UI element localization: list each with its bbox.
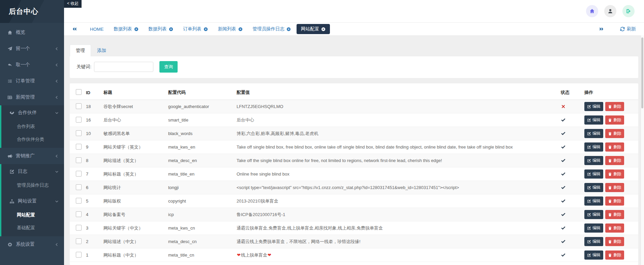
row-checkbox[interactable]: [76, 157, 82, 163]
cell-value: Online free single blind box: [237, 171, 561, 177]
keyword-input[interactable]: [94, 62, 153, 72]
edit-button[interactable]: 编辑: [584, 115, 603, 125]
tab-data-list-1[interactable]: 数据列表: [110, 24, 143, 34]
cell-title: 敏感词黑名单: [103, 131, 168, 137]
collapse-sidebar-button[interactable]: < 收起: [64, 0, 82, 8]
select-all-checkbox[interactable]: [76, 89, 82, 95]
sidebar-group-partners: 合作伙伴合作列表合作伙伴分类: [0, 105, 64, 148]
sidebar-item-marketing[interactable]: 营销推广: [0, 148, 64, 164]
row-checkbox[interactable]: [76, 117, 82, 123]
tab-admin-operation-log[interactable]: 管理员操作日志: [248, 24, 296, 34]
tab-data-list-2[interactable]: 数据列表: [144, 24, 178, 34]
row-checkbox[interactable]: [76, 171, 82, 177]
scroll-tabs-right-icon[interactable]: [599, 27, 604, 31]
query-button[interactable]: 查询: [159, 61, 178, 73]
edit-button[interactable]: 编辑: [584, 102, 603, 111]
row-checkbox[interactable]: [76, 252, 82, 258]
edit-button[interactable]: 编辑: [584, 196, 603, 206]
panel-tab-manage[interactable]: 管理: [70, 45, 91, 56]
scrollbar-thumb[interactable]: [641, 37, 643, 108]
row-checkbox[interactable]: [76, 198, 82, 204]
cell-title: 网站描述（英文）: [103, 158, 168, 164]
tab-news-list[interactable]: 新闻列表: [214, 24, 247, 34]
close-icon[interactable]: [321, 27, 326, 31]
table-row: 3网站关键字（中文）meta_kws_cn通霸云脱单盲盒,免费盲盒,线上脱单盲盒…: [70, 221, 638, 235]
sidebar-item-overview[interactable]: 概览: [0, 24, 64, 41]
tab-order-list[interactable]: 订单列表: [179, 24, 212, 34]
tab-home[interactable]: HOME: [86, 25, 108, 34]
delete-button[interactable]: 删除: [605, 223, 624, 233]
status-enabled-icon: [561, 171, 584, 177]
delete-button[interactable]: 删除: [605, 115, 624, 125]
edit-button[interactable]: 编辑: [584, 129, 603, 138]
sidebar-item-site-settings[interactable]: 网站设置: [1, 194, 64, 209]
row-checkbox[interactable]: [76, 130, 82, 136]
panel-tab-add[interactable]: 添加: [91, 45, 112, 56]
row-checkbox[interactable]: [76, 184, 82, 190]
vertical-scrollbar[interactable]: [641, 35, 644, 265]
sidebar-item-base-config[interactable]: 基础配置: [1, 221, 64, 234]
sidebar-item-leave-one[interactable]: 留一个: [0, 41, 64, 57]
user-icon[interactable]: [604, 5, 616, 17]
row-checkbox[interactable]: [76, 103, 82, 109]
delete-button[interactable]: 删除: [605, 142, 624, 152]
row-checkbox[interactable]: [76, 225, 82, 231]
row-checkbox[interactable]: [76, 144, 82, 150]
cell-id: 2: [86, 239, 103, 244]
edit-button[interactable]: 编辑: [584, 183, 603, 192]
row-checkbox[interactable]: [76, 211, 82, 217]
column-header-id: ID: [86, 90, 103, 95]
delete-button[interactable]: 删除: [605, 169, 624, 179]
refresh-button[interactable]: 刷新: [620, 26, 636, 32]
cell-code: meta_kws_cn: [168, 226, 237, 231]
edit-button[interactable]: 编辑: [584, 210, 603, 219]
close-icon[interactable]: [286, 27, 291, 31]
sidebar-item-partner-category[interactable]: 合作伙伴分类: [1, 133, 64, 146]
sidebar-item-site-config[interactable]: 网站配置: [1, 209, 64, 221]
row-checkbox[interactable]: [76, 238, 82, 244]
cell-value: 博彩,六合彩,赔率,高频彩,赌博,毒品,老虎机: [237, 131, 561, 137]
tab-site-config[interactable]: 网站配置: [297, 24, 330, 34]
edit-pencil-icon: [587, 145, 591, 149]
gear-icon: [7, 242, 12, 247]
status-enabled-icon: [561, 253, 584, 258]
scroll-tabs-left-icon[interactable]: [72, 27, 77, 31]
delete-button[interactable]: 删除: [605, 183, 624, 192]
status-disabled-icon: [561, 104, 584, 109]
delete-button[interactable]: 删除: [605, 102, 624, 111]
cell-title: 网站描述（中文）: [103, 239, 168, 245]
edit-button[interactable]: 编辑: [584, 156, 603, 165]
delete-button[interactable]: 删除: [605, 196, 624, 206]
sidebar-item-system-settings[interactable]: 系统设置: [0, 236, 64, 253]
edit-button[interactable]: 编辑: [584, 237, 603, 246]
close-icon[interactable]: [134, 27, 139, 31]
sidebar-item-take-one[interactable]: 取一个: [0, 57, 64, 73]
delete-button[interactable]: 删除: [605, 210, 624, 219]
edit-button[interactable]: 编辑: [584, 250, 603, 260]
close-icon[interactable]: [238, 27, 243, 31]
sidebar-item-partners[interactable]: 合作伙伴: [1, 105, 64, 120]
edit-button[interactable]: 编辑: [584, 169, 603, 179]
sidebar-header: 后台中心: [0, 0, 64, 23]
sidebar-item-logs[interactable]: 日志: [1, 164, 64, 179]
cell-code: meta_title_en: [168, 171, 237, 177]
close-icon[interactable]: [204, 27, 208, 31]
cell-value: 鲁ICP备2021000716号-1: [237, 212, 561, 218]
delete-button[interactable]: 删除: [605, 129, 624, 138]
sidebar: 后台中心 概览留一个取一个订单管理新闻管理合作伙伴合作列表合作伙伴分类营销推广日…: [0, 0, 64, 265]
delete-button[interactable]: 删除: [605, 250, 624, 260]
handshake-icon: [9, 110, 14, 115]
cell-value: <script type="text/javascript" src="http…: [237, 185, 561, 190]
edit-button[interactable]: 编辑: [584, 223, 603, 233]
sidebar-item-news-management[interactable]: 新闻管理: [0, 89, 64, 105]
cell-value: LFNTZJ5EGHSQRLMO: [237, 104, 561, 109]
sidebar-item-order-management[interactable]: 订单管理: [0, 73, 64, 89]
delete-button[interactable]: 删除: [605, 156, 624, 165]
close-icon[interactable]: [169, 27, 173, 31]
sidebar-item-admin-operation-log[interactable]: 管理员操作日志: [1, 179, 64, 192]
edit-button[interactable]: 编辑: [584, 142, 603, 152]
delete-button[interactable]: 删除: [605, 237, 624, 246]
home-icon[interactable]: [586, 5, 598, 17]
logout-icon[interactable]: [622, 5, 635, 17]
sidebar-item-partner-list[interactable]: 合作列表: [1, 120, 64, 133]
